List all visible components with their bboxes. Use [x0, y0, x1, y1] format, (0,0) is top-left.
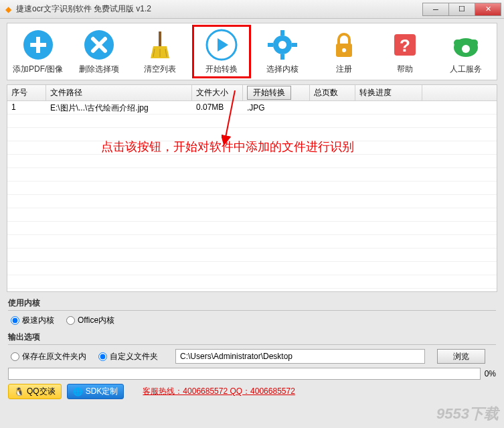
play-icon	[205, 29, 238, 61]
browse-button[interactable]: 浏览	[437, 349, 485, 364]
table-row[interactable]: 1 E:\图片\...\古代绘画介绍.jpg 0.07MB .JPG	[7, 101, 497, 115]
toolbar-label: 开始转换	[205, 64, 238, 75]
toolbar: 添加PDF/图像 删除选择项 清空列表 开始转换 选择内核 注册 ? 帮助 人工…	[7, 23, 497, 80]
svg-rect-4	[159, 31, 161, 46]
toolbar-plus-button[interactable]: 添加PDF/图像	[7, 26, 68, 77]
cell-seq: 1	[7, 101, 46, 114]
kernel-radio-office[interactable]: Office内核	[66, 315, 114, 326]
qq-chat-button[interactable]: 🐧 QQ交谈	[8, 384, 62, 399]
table-row-empty	[7, 208, 497, 222]
svg-rect-13	[268, 43, 273, 47]
svg-text:?: ?	[400, 35, 410, 56]
toolbar-label: 删除选择项	[79, 64, 119, 75]
cell-progress	[355, 101, 422, 114]
output-section-label: 输出选项	[8, 332, 496, 343]
svg-rect-14	[292, 43, 297, 47]
start-convert-header-button[interactable]: 开始转换	[247, 86, 291, 100]
toolbar-label: 选择内核	[266, 64, 299, 75]
progress-percent: 0%	[485, 369, 496, 378]
app-icon: ◆	[3, 4, 13, 15]
divider	[8, 310, 496, 311]
table-row-empty	[7, 222, 497, 235]
table-row-empty	[7, 168, 497, 182]
toolbar-gear-button[interactable]: 选择内核	[252, 26, 313, 77]
svg-rect-12	[280, 54, 284, 60]
column-header[interactable]: 总页数	[310, 85, 355, 100]
toolbar-broom-button[interactable]: 清空列表	[130, 26, 191, 77]
output-path-input[interactable]	[175, 349, 425, 364]
cell-type: .JPG	[243, 101, 310, 114]
kernel-radio-fast[interactable]: 极速内核	[11, 315, 54, 326]
toolbar-play-button[interactable]: 开始转换	[191, 26, 252, 77]
cell-pages	[310, 101, 355, 114]
toolbar-help-button[interactable]: ? 帮助	[374, 26, 435, 77]
sdk-button[interactable]: 🌐 SDK定制	[67, 384, 124, 399]
x-icon	[83, 29, 115, 61]
column-header[interactable]: 序号	[7, 85, 46, 100]
toolbar-label: 注册	[336, 64, 352, 75]
titlebar: ◆ 捷速ocr文字识别软件 免费试用版 v1.2 ─ ☐ ✕	[0, 0, 504, 19]
column-header[interactable]: 开始转换	[243, 85, 310, 100]
divider	[8, 344, 496, 345]
lock-icon	[328, 29, 360, 61]
table-row-empty	[7, 128, 497, 141]
minimize-button[interactable]: ─	[422, 3, 449, 16]
window-title: 捷速ocr文字识别软件 免费试用版 v1.2	[16, 3, 423, 15]
broom-icon	[144, 29, 176, 61]
table-row-empty	[7, 155, 497, 168]
close-button[interactable]: ✕	[475, 3, 501, 16]
plus-icon	[22, 29, 54, 61]
table-header: 序号文件路径文件大小开始转换总页数转换进度	[7, 85, 497, 101]
progress-bar	[8, 368, 481, 380]
phone-icon	[450, 29, 482, 61]
file-table: 序号文件路径文件大小开始转换总页数转换进度 1 E:\图片\...\古代绘画介绍…	[7, 84, 497, 292]
column-header[interactable]: 文件路径	[46, 85, 192, 100]
toolbar-phone-button[interactable]: 人工服务	[436, 26, 497, 77]
help-icon: ?	[389, 29, 421, 61]
table-row-empty	[7, 235, 497, 248]
svg-point-16	[342, 48, 346, 52]
output-radio-samefolder[interactable]: 保存在原文件夹内	[11, 351, 86, 362]
kernel-options: 极速内核 Office内核	[11, 315, 493, 326]
output-radio-custom[interactable]: 自定义文件夹	[98, 351, 158, 362]
svg-rect-2	[30, 43, 46, 47]
table-row-empty	[7, 115, 497, 128]
toolbar-label: 清空列表	[144, 64, 176, 75]
kernel-section-label: 使用内核	[8, 297, 496, 309]
output-options: 保存在原文件夹内 自定义文件夹 浏览	[11, 349, 493, 364]
progress-row: 0%	[8, 368, 496, 380]
table-row-empty	[7, 182, 497, 195]
column-header[interactable]: 转换进度	[355, 85, 422, 100]
svg-point-21	[462, 45, 470, 53]
gear-icon	[266, 29, 299, 61]
toolbar-lock-button[interactable]: 注册	[313, 26, 374, 77]
maximize-button[interactable]: ☐	[448, 3, 475, 16]
column-header[interactable]: 文件大小	[192, 85, 243, 100]
window-controls: ─ ☐ ✕	[423, 3, 501, 16]
watermark: 9553下载	[436, 404, 499, 424]
toolbar-x-button[interactable]: 删除选择项	[68, 26, 129, 77]
cell-size: 0.07MB	[192, 101, 243, 114]
table-row-empty	[7, 275, 497, 289]
toolbar-label: 帮助	[397, 64, 413, 75]
cell-path: E:\图片\...\古代绘画介绍.jpg	[46, 101, 192, 114]
svg-rect-11	[280, 30, 284, 35]
svg-point-10	[278, 41, 286, 49]
table-row-empty	[7, 262, 497, 275]
hotline-link[interactable]: 客服热线：4006685572 QQ：4006685572	[143, 386, 295, 397]
footer: 🐧 QQ交谈 🌐 SDK定制 客服热线：4006685572 QQ：400668…	[8, 384, 496, 399]
table-row-empty	[7, 195, 497, 208]
table-row-empty	[7, 141, 497, 155]
table-row-empty	[7, 248, 497, 262]
toolbar-label: 添加PDF/图像	[13, 64, 63, 75]
toolbar-label: 人工服务	[450, 64, 482, 75]
